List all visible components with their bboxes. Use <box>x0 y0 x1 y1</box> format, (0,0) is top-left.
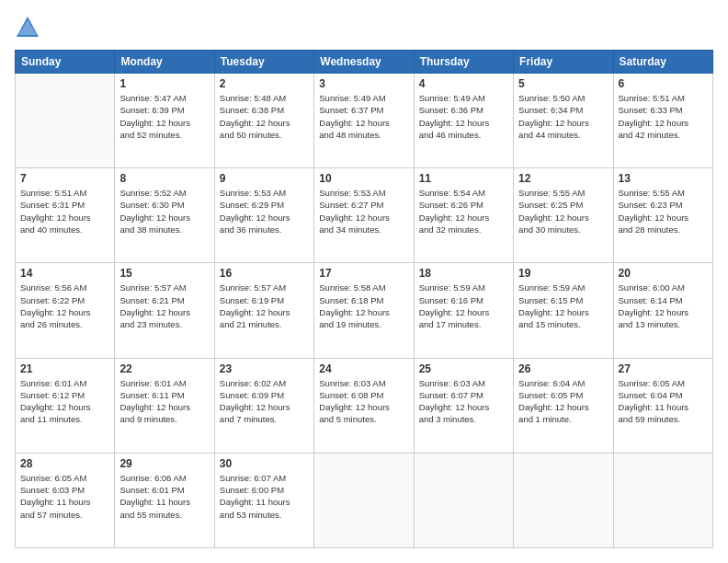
info-line: and 57 minutes. <box>20 509 109 521</box>
cell-info: Sunrise: 5:51 AMSunset: 6:33 PMDaylight:… <box>619 92 708 141</box>
info-line: Daylight: 12 hours <box>319 401 408 413</box>
info-line: and 21 minutes. <box>220 318 309 330</box>
info-line: Daylight: 12 hours <box>220 401 309 413</box>
week-row-1: 1Sunrise: 5:47 AMSunset: 6:39 PMDaylight… <box>16 74 713 168</box>
day-cell: 18Sunrise: 5:59 AMSunset: 6:16 PMDayligh… <box>414 263 513 358</box>
cell-info: Sunrise: 5:59 AMSunset: 6:16 PMDaylight:… <box>419 282 508 330</box>
info-line: Sunrise: 5:55 AM <box>518 187 608 199</box>
day-number: 17 <box>319 267 408 280</box>
day-number: 28 <box>20 457 109 470</box>
info-line: Sunset: 6:00 PM <box>220 484 309 496</box>
info-line: and 30 minutes. <box>518 224 608 236</box>
day-number: 30 <box>220 457 309 470</box>
info-line: Sunrise: 6:01 AM <box>119 377 209 389</box>
day-cell: 4Sunrise: 5:49 AMSunset: 6:36 PMDaylight… <box>414 74 513 168</box>
info-line: Sunset: 6:08 PM <box>319 389 408 401</box>
day-cell: 29Sunrise: 6:06 AMSunset: 6:01 PMDayligh… <box>115 453 214 547</box>
info-line: Daylight: 11 hours <box>20 496 109 508</box>
day-cell <box>314 453 414 547</box>
info-line: Sunset: 6:30 PM <box>119 199 209 211</box>
day-number: 11 <box>419 172 508 185</box>
day-cell: 24Sunrise: 6:03 AMSunset: 6:08 PMDayligh… <box>314 358 414 453</box>
day-cell: 5Sunrise: 5:50 AMSunset: 6:34 PMDaylight… <box>514 74 613 168</box>
col-header-tuesday: Tuesday <box>214 51 313 74</box>
header <box>15 15 713 40</box>
day-number: 18 <box>419 267 508 280</box>
info-line: Sunset: 6:25 PM <box>518 199 608 211</box>
info-line: Sunrise: 5:54 AM <box>419 187 508 199</box>
day-number: 1 <box>119 77 209 90</box>
week-row-5: 28Sunrise: 6:05 AMSunset: 6:03 PMDayligh… <box>16 453 713 547</box>
day-cell <box>613 453 712 547</box>
info-line: Sunset: 6:14 PM <box>619 294 708 306</box>
info-line: Daylight: 12 hours <box>518 306 608 318</box>
day-number: 2 <box>220 77 309 90</box>
day-cell: 17Sunrise: 5:58 AMSunset: 6:18 PMDayligh… <box>314 263 414 358</box>
info-line: Daylight: 11 hours <box>619 401 708 413</box>
cell-info: Sunrise: 5:55 AMSunset: 6:23 PMDaylight:… <box>619 187 708 236</box>
info-line: and 3 minutes. <box>419 413 508 425</box>
day-cell <box>16 74 115 168</box>
info-line: Sunset: 6:21 PM <box>119 294 209 306</box>
day-cell: 3Sunrise: 5:49 AMSunset: 6:37 PMDaylight… <box>314 74 414 168</box>
info-line: Sunset: 6:34 PM <box>518 104 608 116</box>
day-number: 25 <box>419 362 508 375</box>
info-line: Sunrise: 5:50 AM <box>518 92 608 104</box>
info-line: Daylight: 12 hours <box>619 117 708 129</box>
info-line: and 46 minutes. <box>419 129 508 141</box>
cell-info: Sunrise: 5:53 AMSunset: 6:29 PMDaylight:… <box>220 187 309 236</box>
info-line: Sunset: 6:16 PM <box>419 294 508 306</box>
week-row-2: 7Sunrise: 5:51 AMSunset: 6:31 PMDaylight… <box>16 168 713 263</box>
day-number: 26 <box>518 362 608 375</box>
day-number: 16 <box>220 267 309 280</box>
day-cell: 20Sunrise: 6:00 AMSunset: 6:14 PMDayligh… <box>613 263 712 358</box>
info-line: Sunrise: 5:47 AM <box>119 92 209 104</box>
info-line: Sunrise: 5:59 AM <box>419 282 508 293</box>
info-line: and 42 minutes. <box>619 129 708 141</box>
info-line: Sunset: 6:09 PM <box>220 389 309 401</box>
day-number: 9 <box>220 172 309 185</box>
day-cell: 30Sunrise: 6:07 AMSunset: 6:00 PMDayligh… <box>214 453 313 547</box>
day-number: 24 <box>319 362 408 375</box>
info-line: Sunrise: 6:05 AM <box>20 472 109 484</box>
info-line: Sunrise: 5:55 AM <box>619 187 708 199</box>
day-number: 3 <box>319 77 408 90</box>
day-cell: 19Sunrise: 5:59 AMSunset: 6:15 PMDayligh… <box>514 263 613 358</box>
day-cell: 9Sunrise: 5:53 AMSunset: 6:29 PMDaylight… <box>214 168 313 263</box>
day-number: 14 <box>20 267 109 280</box>
day-cell: 21Sunrise: 6:01 AMSunset: 6:12 PMDayligh… <box>16 358 115 453</box>
info-line: and 15 minutes. <box>518 318 608 330</box>
day-cell: 7Sunrise: 5:51 AMSunset: 6:31 PMDaylight… <box>16 168 115 263</box>
calendar-table: SundayMondayTuesdayWednesdayThursdayFrid… <box>15 50 713 548</box>
info-line: Daylight: 12 hours <box>518 401 608 413</box>
day-cell: 6Sunrise: 5:51 AMSunset: 6:33 PMDaylight… <box>613 74 712 168</box>
cell-info: Sunrise: 5:53 AMSunset: 6:27 PMDaylight:… <box>319 187 408 236</box>
cell-info: Sunrise: 5:52 AMSunset: 6:30 PMDaylight:… <box>119 187 209 236</box>
info-line: and 40 minutes. <box>20 224 109 236</box>
cell-info: Sunrise: 5:47 AMSunset: 6:39 PMDaylight:… <box>119 92 209 141</box>
col-header-saturday: Saturday <box>613 51 712 74</box>
info-line: Sunrise: 5:52 AM <box>119 187 209 199</box>
week-row-3: 14Sunrise: 5:56 AMSunset: 6:22 PMDayligh… <box>16 263 713 358</box>
day-cell: 15Sunrise: 5:57 AMSunset: 6:21 PMDayligh… <box>115 263 214 358</box>
cell-info: Sunrise: 6:00 AMSunset: 6:14 PMDaylight:… <box>619 282 708 330</box>
info-line: and 23 minutes. <box>119 318 209 330</box>
day-number: 19 <box>518 267 608 280</box>
info-line: Sunset: 6:12 PM <box>20 389 109 401</box>
day-cell: 2Sunrise: 5:48 AMSunset: 6:38 PMDaylight… <box>214 74 313 168</box>
info-line: Sunset: 6:03 PM <box>20 484 109 496</box>
day-number: 12 <box>518 172 608 185</box>
info-line: and 44 minutes. <box>518 129 608 141</box>
col-header-thursday: Thursday <box>414 51 513 74</box>
info-line: Sunset: 6:27 PM <box>319 199 408 211</box>
cell-info: Sunrise: 5:49 AMSunset: 6:36 PMDaylight:… <box>419 92 508 141</box>
info-line: and 38 minutes. <box>119 224 209 236</box>
info-line: Daylight: 12 hours <box>319 212 408 224</box>
day-number: 20 <box>619 267 708 280</box>
day-cell: 26Sunrise: 6:04 AMSunset: 6:05 PMDayligh… <box>514 358 613 453</box>
info-line: Daylight: 12 hours <box>419 401 508 413</box>
info-line: and 59 minutes. <box>619 413 708 425</box>
info-line: Daylight: 12 hours <box>419 117 508 129</box>
info-line: and 9 minutes. <box>119 413 209 425</box>
info-line: Sunset: 6:26 PM <box>419 199 508 211</box>
